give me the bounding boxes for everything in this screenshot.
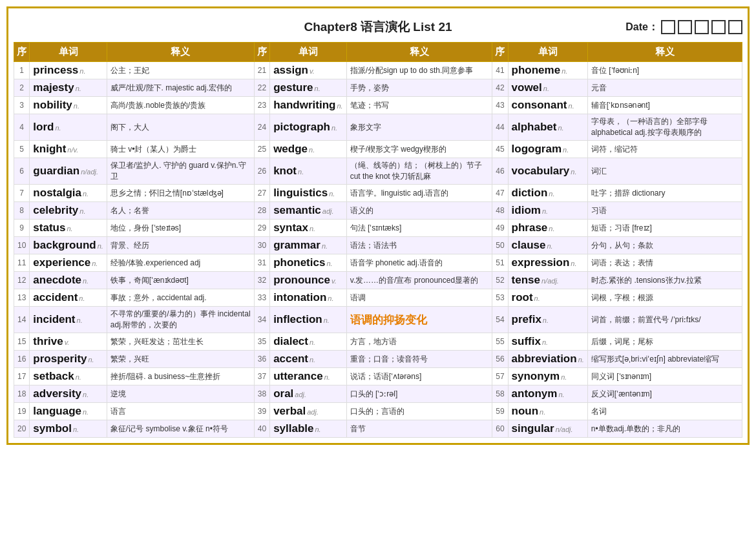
row-def: 语法；语法书 bbox=[346, 237, 492, 254]
row-def: 口头的 [ˈɔːrəl] bbox=[346, 385, 492, 403]
row-word: symboln. bbox=[30, 420, 107, 438]
row-word: accentn. bbox=[270, 351, 347, 368]
date-box-2[interactable] bbox=[678, 20, 692, 34]
row-word: utterancen. bbox=[270, 368, 347, 385]
table-row: 4lordn.阁下，大人24pictographn.象形文字44alphabet… bbox=[14, 114, 742, 141]
row-word: suffixn. bbox=[508, 333, 587, 351]
row-num: 58 bbox=[492, 385, 508, 403]
table-row: 16prosperityn.繁荣，兴旺36accentn.重音；口音；读音符号5… bbox=[14, 351, 742, 368]
row-def: 经验/体验.experienced adj bbox=[107, 254, 254, 272]
row-word: semanticadj. bbox=[270, 202, 347, 220]
row-word: phonemen. bbox=[508, 62, 587, 79]
table-row: 20symboln.象征/记号 symbolise v.象征 n•符号40syl… bbox=[14, 420, 742, 438]
row-num: 55 bbox=[492, 333, 508, 351]
row-word: antonymn. bbox=[508, 385, 587, 403]
row-word: nobilityn. bbox=[30, 97, 107, 114]
row-num: 3 bbox=[14, 97, 30, 114]
row-num: 15 bbox=[14, 333, 30, 351]
row-word: accidentn. bbox=[30, 289, 107, 307]
row-num: 54 bbox=[492, 307, 508, 333]
row-num: 17 bbox=[14, 368, 30, 385]
row-def: 语调 bbox=[346, 289, 492, 307]
row-word: logogramn. bbox=[508, 141, 587, 158]
table-row: 11experiencen.经验/体验.experienced adj31pho… bbox=[14, 254, 742, 272]
table-row: 18adversityn.逆境38oraladj.口头的 [ˈɔːrəl]58a… bbox=[14, 385, 742, 403]
row-def: 字母表，（一种语言的）全部字母 alphabetical adj.按字母表顺序的 bbox=[587, 114, 742, 141]
row-word: alphabetn. bbox=[508, 114, 587, 141]
row-def: 语义的 bbox=[346, 202, 492, 220]
row-def: 名词 bbox=[587, 403, 742, 420]
row-def: 手势，姿势 bbox=[346, 79, 492, 97]
row-def: 辅音[ˈkɒnsənənt] bbox=[587, 97, 742, 114]
row-num: 33 bbox=[254, 289, 269, 307]
table-row: 5knightn/v.骑士 v•封（某人）为爵士25wedgen.楔子/楔形文字… bbox=[14, 141, 742, 158]
row-num: 22 bbox=[254, 79, 269, 97]
row-def: 吐字；措辞 dictionary bbox=[587, 185, 742, 202]
row-word: pictographn. bbox=[270, 114, 347, 141]
row-num: 10 bbox=[14, 237, 30, 254]
row-word: vocabularyn. bbox=[508, 158, 587, 185]
row-num: 19 bbox=[14, 403, 30, 420]
row-num: 38 bbox=[254, 385, 269, 403]
row-num: 26 bbox=[254, 158, 269, 185]
row-word: dialectn. bbox=[270, 333, 347, 351]
row-word: majestyn. bbox=[30, 79, 107, 97]
row-num: 56 bbox=[492, 351, 508, 368]
col-num-2: 序 bbox=[254, 43, 269, 62]
row-word: phrasen. bbox=[508, 220, 587, 237]
row-word: abbreviationn. bbox=[508, 351, 587, 368]
row-def: 保卫者/监护人. 守护的 guard v.保护n.守卫 bbox=[107, 158, 254, 185]
table-row: 1princessn.公主；王妃21assignv.指派/分配sign up t… bbox=[14, 62, 742, 79]
table-row: 17setbackn.挫折/阻碍. a business~生意挫折37utter… bbox=[14, 368, 742, 385]
vocabulary-table: 序 单词 释义 序 单词 释义 序 单词 释义 1princessn.公主；王妃… bbox=[14, 42, 742, 438]
row-num: 42 bbox=[492, 79, 508, 97]
row-num: 40 bbox=[254, 420, 269, 438]
row-def: 楔子/楔形文字 wedgy楔形的 bbox=[346, 141, 492, 158]
row-def: 句法 [ˈsɪntæks] bbox=[346, 220, 492, 237]
date-box-5[interactable] bbox=[728, 20, 742, 34]
table-row: 19languagen.语言39verbaladj.口头的；言语的59nounn… bbox=[14, 403, 742, 420]
row-word: setbackn. bbox=[30, 368, 107, 385]
row-word: grammarn. bbox=[270, 237, 347, 254]
row-num: 5 bbox=[14, 141, 30, 158]
row-num: 60 bbox=[492, 420, 508, 438]
table-row: 7nostalgian.思乡之情；怀旧之情[nɒˈstælʤə]27lingui… bbox=[14, 185, 742, 202]
row-def: n•单数adj.单数的；非凡的 bbox=[587, 420, 742, 438]
row-def: 威严/壮观/陛下. majestic adj.宏伟的 bbox=[107, 79, 254, 97]
row-num: 25 bbox=[254, 141, 269, 158]
row-def: 词语；表达；表情 bbox=[587, 254, 742, 272]
row-num: 12 bbox=[14, 272, 30, 289]
row-num: 28 bbox=[254, 202, 269, 220]
row-num: 45 bbox=[492, 141, 508, 158]
table-row: 13accidentn.事故；意外，accidental adj.33inton… bbox=[14, 289, 742, 307]
row-num: 8 bbox=[14, 202, 30, 220]
row-word: prosperityn. bbox=[30, 351, 107, 368]
row-word: dictionn. bbox=[508, 185, 587, 202]
row-def: 思乡之情；怀旧之情[nɒˈstælʤə] bbox=[107, 185, 254, 202]
date-section: Date： bbox=[625, 20, 742, 34]
row-word: rootn. bbox=[508, 289, 587, 307]
table-row: 15thrivev.繁荣，兴旺发达；茁壮生长35dialectn.方言，地方语5… bbox=[14, 333, 742, 351]
row-num: 37 bbox=[254, 368, 269, 385]
row-word: handwritingn. bbox=[270, 97, 347, 114]
row-def: 词汇 bbox=[587, 158, 742, 185]
col-def-2: 释义 bbox=[346, 43, 492, 62]
row-word: prefixn. bbox=[508, 307, 587, 333]
row-word: oraladj. bbox=[270, 385, 347, 403]
row-def: 挫折/阻碍. a business~生意挫折 bbox=[107, 368, 254, 385]
row-num: 35 bbox=[254, 333, 269, 351]
row-num: 52 bbox=[492, 272, 508, 289]
row-def: 象征/记号 symbolise v.象征 n•符号 bbox=[107, 420, 254, 438]
row-word: knightn/v. bbox=[30, 141, 107, 158]
date-box-1[interactable] bbox=[661, 20, 675, 34]
page-header: Chapter8 语言演化 List 21 Date： bbox=[14, 14, 742, 42]
date-box-4[interactable] bbox=[711, 20, 726, 34]
row-num: 41 bbox=[492, 62, 508, 79]
date-box-3[interactable] bbox=[695, 20, 709, 34]
row-word: languagen. bbox=[30, 403, 107, 420]
row-def: 词符，缩记符 bbox=[587, 141, 742, 158]
row-def: 词首，前缀；前置代号 /ˈpriːfɪks/ bbox=[587, 307, 742, 333]
row-word: nounn. bbox=[508, 403, 587, 420]
row-word: syntaxn. bbox=[270, 220, 347, 237]
row-num: 59 bbox=[492, 403, 508, 420]
